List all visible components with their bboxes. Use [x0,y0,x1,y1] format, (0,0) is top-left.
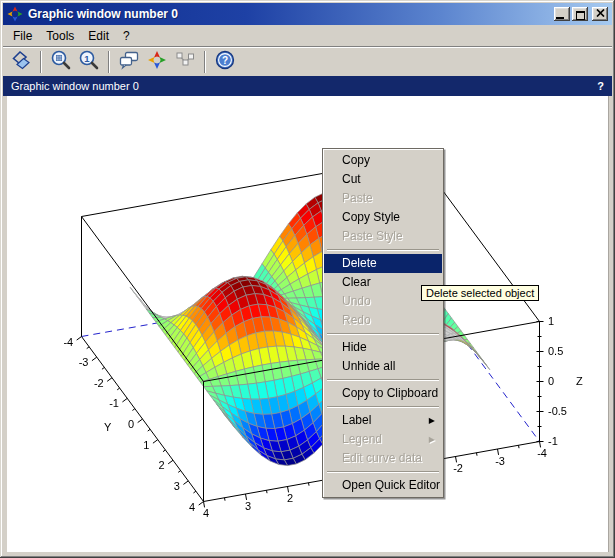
menu-separator [327,406,439,408]
original-view-icon: 1 [78,49,100,74]
infobar-help-button[interactable]: ? [597,76,604,96]
menubar-item-[interactable]: ? [116,27,137,45]
close-button[interactable] [592,7,608,21]
menu-item-copy-style[interactable]: Copy Style [324,208,442,227]
menubar-item-tools[interactable]: Tools [39,27,81,45]
menu-item-cut[interactable]: Cut [324,170,442,189]
toolbar: 1? [3,46,612,76]
toolbar-button-zoom-area[interactable] [47,49,75,75]
toolbar-button-datatips[interactable] [115,49,143,75]
titlebar[interactable]: Graphic window number 0 [3,3,612,25]
close-icon [596,5,605,20]
rotate-icon [10,49,32,74]
maximize-button[interactable] [572,7,588,21]
tooltip: Delete selected object [421,285,539,301]
menu-separator [327,249,439,251]
app-icon [7,6,23,22]
menubar: FileToolsEdit? [3,25,612,46]
toolbar-separator [40,51,42,73]
menu-item-edit-curve-data[interactable]: Edit curve data [324,449,442,468]
menu-item-redo[interactable]: Redo [324,311,442,330]
submenu-arrow-icon: ▶ [429,430,435,449]
window-controls [554,7,608,21]
menu-item-unhide-all[interactable]: Unhide all [324,357,442,376]
menubar-item-file[interactable]: File [6,27,39,45]
menu-item-copy-to-clipboard[interactable]: Copy to Clipboard [324,384,442,403]
menu-item-label[interactable]: Label▶ [324,411,442,430]
minimize-icon [556,17,564,19]
infobar: Graphic window number 0 ? [3,76,612,96]
svg-text:?: ? [222,55,228,66]
graphic-window: Graphic window number 0 FileToolsEdit? 1… [0,0,615,558]
menu-separator [327,379,439,381]
plot-area [3,96,612,555]
menu-item-hide[interactable]: Hide [324,338,442,357]
menu-item-paste[interactable]: Paste [324,189,442,208]
toolbar-button-edit-data[interactable] [171,49,199,75]
menu-item-delete[interactable]: Delete [324,254,442,273]
zoom-area-icon [50,49,72,74]
menu-item-paste-style[interactable]: Paste Style [324,227,442,246]
menu-item-copy[interactable]: Copy [324,151,442,170]
svg-text:1: 1 [84,53,90,64]
toolbar-button-rotate[interactable] [7,49,35,75]
edit-data-icon [174,49,196,74]
menubar-item-edit[interactable]: Edit [81,27,116,45]
context-menu: CopyCutPasteCopy StylePaste StyleDeleteC… [322,148,444,498]
maximize-icon [576,11,585,20]
toolbar-separator [204,51,206,73]
plot-canvas[interactable] [7,96,609,552]
menu-item-open-quick-editor[interactable]: Open Quick Editor [324,476,442,495]
menu-separator [327,333,439,335]
datatips-icon [118,49,140,74]
toolbar-button-help[interactable]: ? [211,49,239,75]
window-title: Graphic window number 0 [28,7,554,21]
menu-separator [327,471,439,473]
toolbar-button-quick-editor[interactable] [143,49,171,75]
toolbar-separator [108,51,110,73]
minimize-button[interactable] [554,7,570,21]
toolbar-button-original-view[interactable]: 1 [75,49,103,75]
quick-editor-icon [146,49,168,74]
menu-item-legend[interactable]: Legend▶ [324,430,442,449]
help-icon: ? [214,49,236,74]
infobar-title: Graphic window number 0 [11,76,597,96]
submenu-arrow-icon: ▶ [429,411,435,430]
